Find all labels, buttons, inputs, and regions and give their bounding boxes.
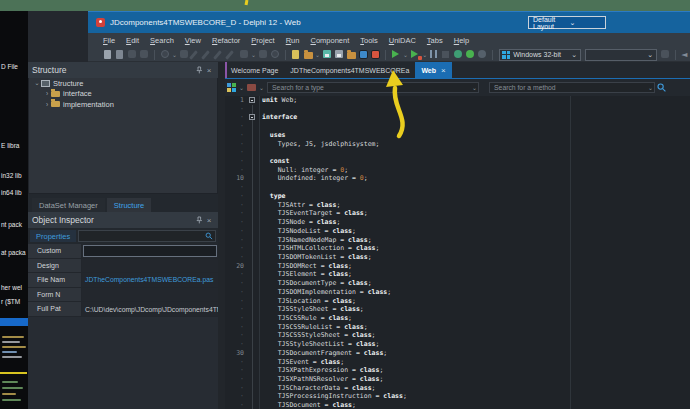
menu-item-tabs[interactable]: Tabs	[427, 36, 443, 45]
menu-item-tools[interactable]: Tools	[360, 36, 378, 45]
run-button[interactable]	[392, 50, 401, 59]
fold-column[interactable]	[246, 96, 260, 105]
property-row-form-n[interactable]: Form N	[28, 288, 218, 303]
view-form-icon[interactable]	[371, 50, 380, 59]
refresh-icon[interactable]	[140, 50, 149, 59]
property-row-custom[interactable]: Custom	[28, 244, 218, 259]
run-chevron-icon[interactable]: ⌄	[403, 51, 408, 58]
stop-button[interactable]	[442, 50, 451, 59]
pen-icon-2[interactable]	[204, 50, 213, 59]
run-without-debugging-button[interactable]	[411, 50, 420, 59]
collapse-icon[interactable]: ⌄	[33, 79, 41, 87]
chevron-down-icon[interactable]: ⌄	[239, 84, 244, 91]
code-line: · TJSDOMTokenList = class;	[225, 253, 690, 262]
tree-item-implementation[interactable]: ›implementation	[29, 99, 217, 110]
desktop-layout-select[interactable]: Default Layout ⌄	[528, 16, 606, 29]
property-search-input[interactable]	[78, 230, 216, 242]
desktop-chevron-icon[interactable]: ⌄	[172, 51, 177, 58]
menu-item-file[interactable]: File	[103, 36, 115, 45]
line-number: ·	[225, 192, 246, 201]
pencil-icon[interactable]	[228, 50, 237, 59]
save-icon[interactable]	[323, 50, 332, 59]
fold-collapse-icon[interactable]	[249, 97, 255, 103]
menu-item-help[interactable]: Help	[454, 36, 469, 45]
step-over-icon[interactable]	[454, 50, 463, 59]
property-value-editor[interactable]	[83, 245, 217, 257]
pin-icon[interactable]	[194, 215, 204, 225]
navigate-back-icon[interactable]: ◄	[681, 50, 687, 59]
property-value[interactable]: JDTheComponents4TMSWEBCOREa.pas	[82, 273, 218, 287]
run-to-cursor-icon[interactable]	[478, 50, 487, 59]
fold-column	[246, 218, 260, 227]
code-line: 30 TJSDocumentFragment = class;	[225, 349, 690, 358]
line-number: 20	[225, 262, 246, 271]
desktop-icon[interactable]	[161, 50, 170, 59]
pen-icon-3[interactable]	[216, 50, 225, 59]
configuration-select[interactable]: ⌄	[585, 49, 657, 61]
menu-item-view[interactable]: View	[185, 36, 201, 45]
tree-item-interface[interactable]: ›interface	[29, 89, 217, 100]
open-project-icon[interactable]	[304, 50, 313, 59]
profile-icon[interactable]	[661, 50, 670, 59]
dock-splitter[interactable]	[218, 62, 225, 409]
module-view-icon[interactable]	[227, 83, 236, 92]
search-type-input[interactable]: Search for a type ⌄	[267, 82, 479, 93]
package-icon[interactable]	[259, 50, 268, 59]
menu-item-edit[interactable]: Edit	[126, 36, 139, 45]
expand-icon[interactable]: ›	[43, 90, 51, 97]
fold-column	[246, 166, 260, 175]
close-icon[interactable]: ×	[204, 65, 214, 75]
trace-into-icon[interactable]	[466, 50, 475, 59]
dock-tab-dataset-manager[interactable]: DataSet Manager	[32, 198, 105, 212]
property-row-file-nam[interactable]: File NamJDTheComponents4TMSWEBCOREa.pas	[28, 273, 218, 288]
menu-item-project[interactable]: Project	[251, 36, 274, 45]
tool-chevron-icon[interactable]: ⌄	[251, 51, 256, 58]
code-editor[interactable]: 1unit Web;··interface·· uses· Types, JS,…	[225, 96, 690, 409]
pen-icon-1[interactable]	[192, 50, 201, 59]
tab-properties[interactable]: Properties	[30, 230, 76, 242]
pin-icon[interactable]	[194, 65, 204, 75]
fold-collapse-icon[interactable]	[249, 114, 255, 120]
run2-chevron-icon[interactable]: ⌄	[422, 51, 427, 58]
menu-item-run[interactable]: Run	[286, 36, 300, 45]
property-value[interactable]	[82, 244, 218, 258]
property-row-full-pat[interactable]: Full PatC:\UD\dev\comp\JDcomp\JDcomponen…	[28, 302, 218, 317]
menu-item-refactor[interactable]: Refactor	[212, 36, 240, 45]
chevron-down-icon[interactable]: ⌄	[259, 84, 264, 91]
target-platform-select[interactable]: Windows 32-bit⌄	[499, 49, 581, 61]
find-icon[interactable]	[180, 50, 189, 59]
editor-tab-welcome-page[interactable]: Welcome Page	[225, 62, 284, 78]
cut-icon[interactable]	[240, 50, 249, 59]
search-icon[interactable]	[657, 83, 666, 92]
new-file-icon[interactable]	[104, 50, 113, 59]
property-value[interactable]	[82, 288, 218, 302]
dock-tab-structure[interactable]: Structure	[107, 198, 151, 212]
property-value[interactable]: C:\UD\dev\comp\JDcomp\JDcomponents4TMSWE…	[82, 302, 218, 316]
property-value[interactable]	[82, 259, 218, 273]
search-method-input[interactable]: Search for a method ⌄	[489, 82, 655, 93]
code-line: · TJSDocument = class;	[225, 401, 690, 409]
fold-column[interactable]	[246, 113, 260, 122]
editor-tab-web[interactable]: Web×	[415, 62, 451, 78]
open-folder-icon[interactable]	[347, 50, 356, 59]
open-chevron-icon[interactable]: ⌄	[315, 51, 320, 58]
view-unit-icon[interactable]	[359, 50, 368, 59]
tree-item-structure[interactable]: ⌄Structure	[29, 78, 217, 89]
open-file-icon[interactable]	[116, 50, 125, 59]
unit-print-icon[interactable]	[247, 84, 256, 91]
install-icon[interactable]	[271, 50, 280, 59]
save-all-icon[interactable]	[335, 50, 344, 59]
menu-item-search[interactable]: Search	[150, 36, 174, 45]
add-unit-icon[interactable]	[292, 50, 301, 59]
fold-column	[246, 131, 260, 140]
options-icon[interactable]	[128, 50, 137, 59]
editor-tab-jdthecomponents4tmswebcorea[interactable]: JDTheComponents4TMSWEBCOREa	[284, 62, 415, 78]
expand-icon[interactable]: ›	[43, 101, 51, 108]
menu-item-unidac[interactable]: UniDAC	[389, 36, 416, 45]
property-row-design[interactable]: Design	[28, 259, 218, 274]
close-icon[interactable]: ×	[204, 215, 214, 225]
close-tab-icon[interactable]: ×	[441, 66, 446, 75]
code-text: uses	[260, 131, 285, 140]
pause-button[interactable]	[430, 50, 439, 59]
menu-item-component[interactable]: Component	[310, 36, 349, 45]
